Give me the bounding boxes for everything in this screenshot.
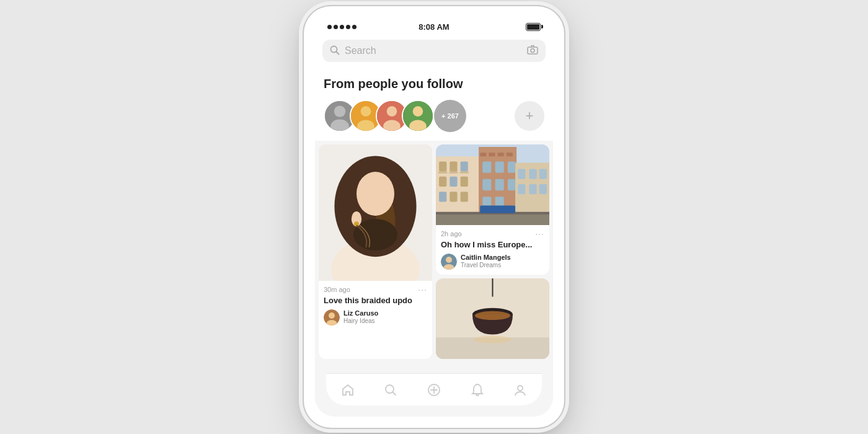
search-icon bbox=[330, 45, 340, 57]
camera-icon[interactable] bbox=[527, 45, 538, 57]
svg-rect-35 bbox=[439, 192, 446, 202]
svg-rect-46 bbox=[482, 161, 491, 172]
pin-card-lamp[interactable] bbox=[436, 278, 549, 359]
nav-notifications[interactable] bbox=[471, 383, 484, 397]
pin-image-europe bbox=[436, 144, 549, 225]
pin-card-hair[interactable]: 30m ago ··· Love this braided updo bbox=[319, 144, 432, 359]
section-title: From people you follow bbox=[315, 68, 553, 96]
svg-point-15 bbox=[409, 120, 427, 132]
svg-rect-44 bbox=[498, 153, 504, 156]
signal-dot-5 bbox=[352, 25, 356, 29]
svg-rect-29 bbox=[439, 161, 446, 171]
more-count-text: + 267 bbox=[441, 112, 459, 120]
svg-rect-49 bbox=[482, 179, 491, 190]
pin-more-europe[interactable]: ··· bbox=[535, 229, 544, 239]
pin-user-row-hair[interactable]: Liz Caruso Hairy Ideas bbox=[324, 309, 427, 326]
pin-user-row-europe[interactable]: Caitlin Mangels Travel Dreams bbox=[441, 254, 544, 270]
signal-dot-1 bbox=[327, 25, 332, 29]
plus-icon: + bbox=[526, 109, 534, 123]
pin-meta-europe: 2h ago ··· Oh how I miss Europe... bbox=[436, 225, 549, 275]
content-area[interactable]: From people you follow bbox=[315, 68, 553, 413]
svg-point-71 bbox=[475, 311, 510, 320]
svg-rect-48 bbox=[508, 161, 515, 172]
svg-point-12 bbox=[383, 120, 401, 132]
search-bar-container: Search bbox=[315, 35, 553, 68]
svg-rect-60 bbox=[539, 184, 547, 194]
nav-add[interactable] bbox=[427, 383, 441, 397]
svg-rect-55 bbox=[518, 169, 525, 179]
pin-time-hair: 30m ago ··· bbox=[324, 285, 427, 294]
svg-rect-30 bbox=[450, 161, 457, 171]
svg-rect-42 bbox=[480, 153, 486, 156]
battery-fill bbox=[527, 24, 539, 30]
pin-column-right: 2h ago ··· Oh how I miss Europe... bbox=[436, 144, 549, 359]
phone-frame: 8:08 AM Search bbox=[304, 6, 564, 428]
svg-rect-40 bbox=[460, 172, 469, 174]
avatar-more[interactable]: + 267 bbox=[434, 100, 466, 132]
svg-rect-45 bbox=[507, 153, 513, 156]
svg-point-11 bbox=[387, 106, 397, 117]
svg-point-5 bbox=[334, 105, 345, 117]
pin-user-info-europe: Caitlin Mangels Travel Dreams bbox=[461, 254, 511, 269]
pin-user-avatar-hair bbox=[324, 309, 340, 326]
svg-rect-36 bbox=[450, 192, 457, 202]
signal-indicator bbox=[327, 25, 356, 29]
followers-avatars: + 267 bbox=[324, 100, 466, 132]
svg-point-21 bbox=[356, 172, 394, 216]
pin-image-lamp bbox=[436, 278, 549, 359]
bottom-nav bbox=[326, 373, 542, 405]
svg-rect-32 bbox=[439, 177, 446, 187]
svg-rect-56 bbox=[529, 169, 536, 179]
signal-dot-2 bbox=[334, 25, 338, 29]
nav-profile[interactable] bbox=[513, 383, 527, 397]
avatar-4[interactable] bbox=[402, 100, 434, 132]
svg-rect-59 bbox=[529, 184, 536, 194]
pin-image-hair bbox=[319, 144, 432, 281]
signal-dot-4 bbox=[346, 25, 350, 29]
people-row: + 267 + bbox=[315, 96, 553, 141]
pin-card-europe[interactable]: 2h ago ··· Oh how I miss Europe... bbox=[436, 144, 549, 275]
pin-more-hair[interactable]: ··· bbox=[418, 285, 427, 294]
add-following-button[interactable]: + bbox=[515, 101, 544, 131]
svg-rect-38 bbox=[438, 172, 447, 174]
svg-point-65 bbox=[446, 257, 452, 263]
svg-rect-31 bbox=[461, 161, 468, 171]
signal-dot-3 bbox=[340, 25, 344, 29]
svg-rect-39 bbox=[449, 172, 458, 174]
nav-home[interactable] bbox=[341, 383, 355, 397]
pin-user-name-europe: Caitlin Mangels bbox=[461, 254, 511, 262]
svg-rect-58 bbox=[518, 184, 525, 194]
search-placeholder[interactable]: Search bbox=[345, 45, 522, 56]
svg-rect-43 bbox=[489, 153, 495, 156]
pin-user-board-europe: Travel Dreams bbox=[461, 262, 511, 269]
pin-user-info-hair: Liz Caruso Hairy Ideas bbox=[343, 309, 378, 325]
search-bar[interactable]: Search bbox=[322, 40, 546, 62]
phone-wrapper: 8:08 AM Search bbox=[304, 6, 564, 428]
battery-icon bbox=[526, 23, 541, 31]
pin-user-board-hair: Hairy Ideas bbox=[343, 317, 378, 325]
svg-rect-63 bbox=[480, 206, 515, 213]
pin-meta-hair: 30m ago ··· Love this braided updo bbox=[319, 281, 432, 330]
nav-search[interactable] bbox=[384, 383, 397, 397]
svg-rect-57 bbox=[539, 169, 547, 179]
svg-rect-50 bbox=[495, 179, 504, 190]
svg-rect-2 bbox=[528, 47, 538, 54]
pin-title-europe: Oh how I miss Europe... bbox=[441, 240, 544, 250]
svg-point-14 bbox=[413, 106, 423, 117]
phone-screen: 8:08 AM Search bbox=[315, 17, 553, 417]
svg-point-9 bbox=[357, 120, 374, 132]
pin-time-europe: 2h ago ··· bbox=[441, 229, 544, 239]
svg-point-25 bbox=[329, 312, 335, 319]
svg-point-8 bbox=[361, 106, 371, 117]
svg-point-3 bbox=[531, 49, 534, 53]
svg-line-1 bbox=[337, 51, 339, 54]
svg-point-72 bbox=[474, 335, 512, 343]
svg-rect-33 bbox=[450, 177, 457, 187]
svg-line-75 bbox=[393, 392, 396, 395]
svg-rect-61 bbox=[436, 213, 549, 225]
pin-user-name-hair: Liz Caruso bbox=[343, 309, 378, 317]
svg-rect-37 bbox=[461, 192, 468, 202]
pin-title-hair: Love this braided updo bbox=[324, 296, 427, 306]
svg-rect-34 bbox=[461, 177, 468, 187]
svg-point-79 bbox=[518, 386, 523, 391]
